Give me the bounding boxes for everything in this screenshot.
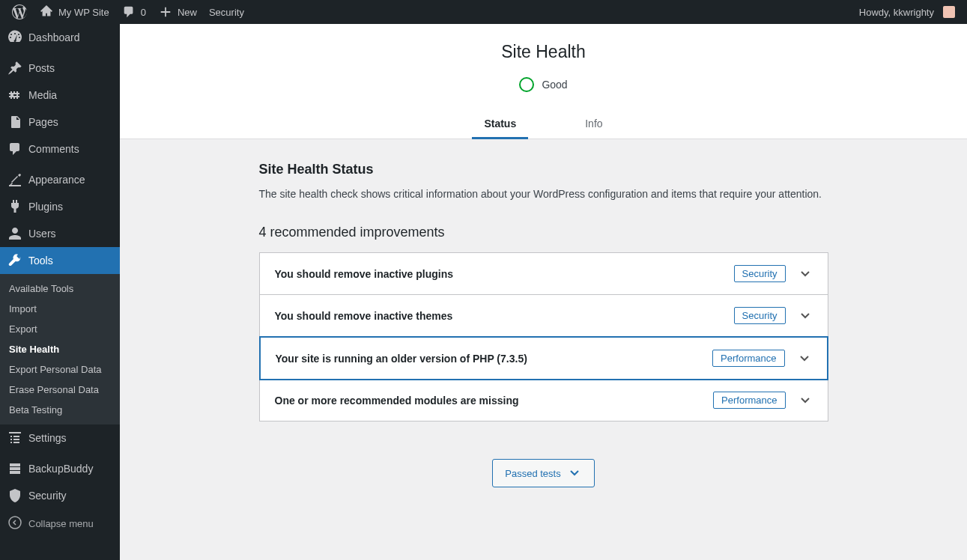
check-right: Security [734, 265, 813, 282]
chevron-down-icon [798, 308, 813, 323]
check-badge: Security [734, 307, 786, 324]
section-title: Site Health Status [259, 162, 828, 177]
submenu-import[interactable]: Import [0, 299, 120, 319]
check-label: Your site is running an older version of… [276, 353, 527, 365]
site-name-link[interactable]: My WP Site [33, 0, 115, 24]
submenu-beta[interactable]: Beta Testing [0, 400, 120, 420]
submenu-export[interactable]: Export [0, 319, 120, 339]
avatar [943, 6, 955, 18]
check-panel: You should remove inactive pluginsSecuri… [259, 252, 828, 421]
sidebar-label: Media [28, 89, 57, 101]
main-content: Site Health Good Status Info Site Health… [120, 24, 967, 510]
sidebar-label: Tools [28, 255, 53, 267]
sidebar-item-dashboard[interactable]: Dashboard [0, 24, 120, 51]
submenu-export-personal[interactable]: Export Personal Data [0, 359, 120, 380]
security-bar-link[interactable]: Security [203, 0, 250, 24]
users-icon [7, 226, 22, 241]
section-desc: The site health check shows critical inf… [259, 186, 828, 202]
health-circle-icon [519, 77, 534, 92]
check-right: Performance [712, 350, 811, 367]
content-body: Site Health Status The site health check… [244, 139, 843, 510]
plugin-icon [7, 199, 22, 214]
submenu-erase-personal[interactable]: Erase Personal Data [0, 380, 120, 400]
check-label: You should remove inactive plugins [275, 268, 454, 280]
check-badge: Performance [712, 350, 784, 367]
chevron-down-icon [798, 267, 813, 281]
passed-wrap: Passed tests [259, 459, 828, 487]
sidebar-item-tools[interactable]: Tools [0, 247, 120, 274]
sidebar-label: Posts [28, 62, 55, 74]
plus-icon [158, 4, 173, 19]
sidebar-label: Pages [28, 116, 58, 128]
chevron-down-icon [798, 393, 813, 408]
admin-bar-left: My WP Site 0 New Security [6, 0, 250, 24]
check-right: Performance [713, 392, 812, 409]
backup-icon [7, 461, 22, 476]
tools-icon [7, 253, 22, 268]
check-badge: Performance [713, 392, 785, 409]
health-header: Site Health Good Status Info [120, 24, 967, 139]
check-item[interactable]: You should remove inactive themesSecurit… [260, 295, 828, 337]
wordpress-icon [12, 4, 27, 19]
pin-icon [7, 61, 22, 76]
check-item[interactable]: One or more recommended modules are miss… [260, 380, 828, 421]
admin-sidebar: Dashboard Posts Media Pages Comments App… [0, 24, 120, 510]
shield-icon [7, 488, 22, 503]
collapse-menu[interactable]: Collapse menu [0, 509, 120, 510]
sidebar-label: Comments [28, 143, 79, 155]
submenu-available-tools[interactable]: Available Tools [0, 279, 120, 299]
check-badge: Security [734, 265, 786, 282]
new-link[interactable]: New [152, 0, 203, 24]
security-bar-label: Security [209, 7, 244, 18]
wp-logo[interactable] [6, 0, 33, 24]
submenu-site-health[interactable]: Site Health [0, 339, 120, 359]
account-link[interactable]: Howdy, kkwrighty [853, 0, 961, 24]
check-label: One or more recommended modules are miss… [275, 395, 519, 407]
admin-bar-right: Howdy, kkwrighty [853, 0, 961, 24]
page-title: Site Health [120, 42, 967, 62]
sidebar-label: Plugins [28, 201, 63, 213]
sidebar-item-appearance[interactable]: Appearance [0, 166, 120, 193]
sidebar-label: Dashboard [28, 31, 80, 43]
chevron-down-icon [797, 351, 812, 366]
comment-count: 0 [141, 7, 146, 18]
howdy-text: Howdy, kkwrighty [859, 7, 934, 18]
check-right: Security [734, 307, 813, 324]
sidebar-item-plugins[interactable]: Plugins [0, 193, 120, 220]
sidebar-item-security[interactable]: Security [0, 482, 120, 509]
comments-link[interactable]: 0 [115, 0, 152, 24]
comment-icon [121, 4, 136, 19]
sidebar-label: Settings [28, 432, 67, 444]
admin-bar: My WP Site 0 New Security Howdy, kkwrigh… [0, 0, 967, 24]
check-item[interactable]: You should remove inactive pluginsSecuri… [260, 253, 828, 295]
check-item[interactable]: Your site is running an older version of… [259, 336, 828, 380]
sidebar-item-media[interactable]: Media [0, 82, 120, 109]
improvements-title: 4 recommended improvements [259, 225, 828, 240]
passed-tests-button[interactable]: Passed tests [492, 459, 594, 487]
tab-status[interactable]: Status [472, 110, 528, 139]
health-status-text: Good [542, 79, 567, 91]
dashboard-icon [7, 30, 22, 45]
sidebar-label: Users [28, 228, 56, 240]
health-indicator: Good [519, 77, 567, 92]
site-name: My WP Site [58, 7, 109, 18]
chevron-down-icon [567, 466, 582, 481]
media-icon [7, 88, 22, 103]
tools-submenu: Available Tools Import Export Site Healt… [0, 274, 120, 424]
sidebar-label: BackupBuddy [28, 463, 93, 475]
sidebar-item-pages[interactable]: Pages [0, 109, 120, 136]
home-icon [39, 4, 54, 19]
tab-info[interactable]: Info [573, 110, 614, 139]
brush-icon [7, 172, 22, 187]
sidebar-label: Appearance [28, 174, 85, 186]
new-label: New [178, 7, 197, 18]
sidebar-item-settings[interactable]: Settings [0, 424, 120, 451]
sidebar-label: Security [28, 490, 67, 502]
tabs: Status Info [120, 110, 967, 139]
sidebar-item-posts[interactable]: Posts [0, 55, 120, 82]
sidebar-item-backupbuddy[interactable]: BackupBuddy [0, 455, 120, 482]
sidebar-item-comments[interactable]: Comments [0, 136, 120, 162]
sidebar-item-users[interactable]: Users [0, 220, 120, 247]
comments-icon [7, 141, 22, 156]
settings-icon [7, 430, 22, 445]
